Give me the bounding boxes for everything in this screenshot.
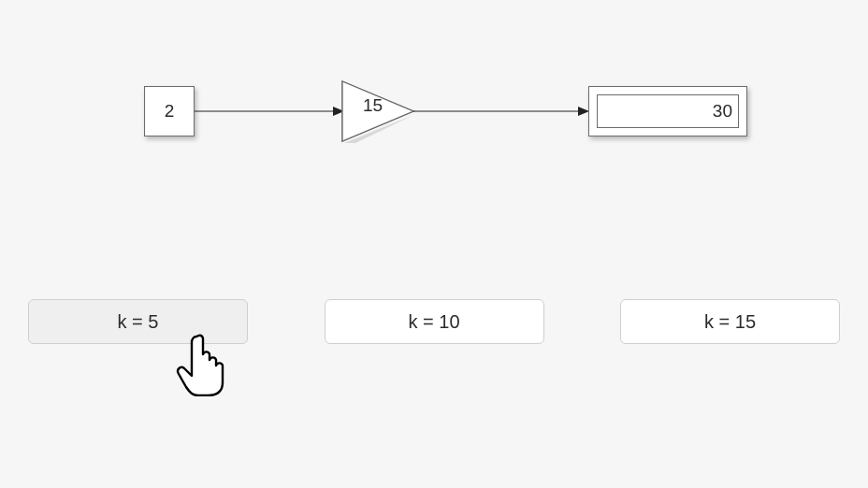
button-k15-label: k = 15 — [704, 311, 756, 333]
constant-value: 2 — [165, 101, 175, 122]
gain-buttons-row: k = 5 k = 10 k = 15 — [28, 299, 840, 344]
button-k5[interactable]: k = 5 — [28, 299, 248, 344]
display-block[interactable]: 30 — [588, 86, 747, 136]
model-diagram: 2 15 30 — [0, 0, 868, 488]
display-inner: 30 — [597, 94, 739, 128]
signal-line-1 — [195, 105, 344, 120]
button-k10[interactable]: k = 10 — [325, 299, 544, 344]
constant-block[interactable]: 2 — [144, 86, 195, 136]
display-value: 30 — [713, 101, 732, 122]
button-k10-label: k = 10 — [408, 311, 459, 333]
button-k5-label: k = 5 — [118, 311, 159, 333]
button-k15[interactable]: k = 15 — [620, 299, 840, 344]
signal-line-2 — [413, 105, 591, 120]
gain-block[interactable] — [340, 79, 415, 143]
